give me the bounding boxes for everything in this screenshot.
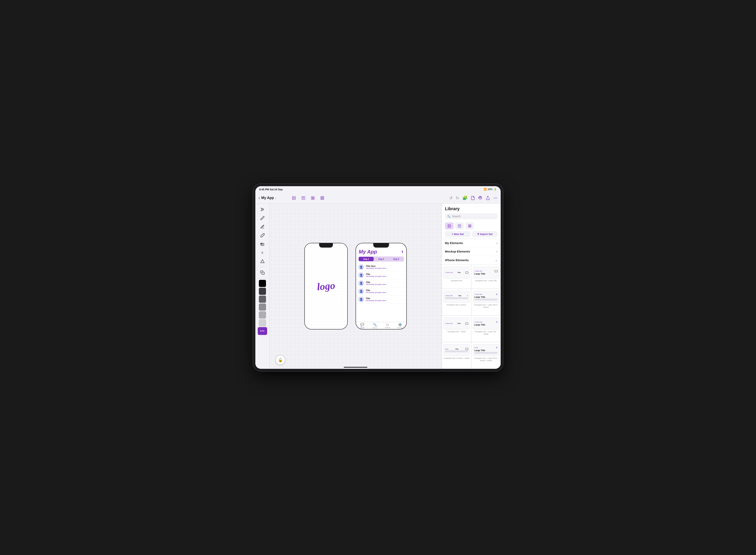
list-text: Title Secondary text goes here... [366,281,401,285]
library-tab-image[interactable] [445,222,454,229]
share-button[interactable] [486,196,490,200]
chevron-right-icon: › [497,250,498,253]
nav-bar-large-modal-preview: ‹ Parent Title ⬆ Large Title [473,318,499,330]
undo-button[interactable]: ↺ [449,196,453,200]
back-button[interactable]: ‹ [258,196,260,200]
element-nav-bar[interactable]: ‹ Parent Title Title Navigation Bar [442,264,471,289]
eraser-tool[interactable] [258,240,267,248]
list-subtitle: Secondary text goes here... [366,284,401,285]
phone-mockup-empty: logo [304,243,348,330]
document-button[interactable] [471,196,475,200]
my-elements-section[interactable]: My Elements › [442,239,501,247]
list-title: Title [366,289,401,292]
svg-rect-8 [321,197,322,198]
wifi-icon: 📶 [484,188,487,191]
nav-bar-large-search-preview: ‹ Parent Title ⬆ Large Title [473,291,499,303]
chevron-right-icon: › [403,274,404,276]
list-text: Title Secondary text goes here... [366,273,401,277]
color-pale-grey[interactable] [259,319,266,326]
nav-bar-large-search-label: Navigation Bar - Large Title & Search [473,304,499,308]
nav-title-group[interactable]: My App ⌄ [261,196,277,200]
phone-notch-2 [373,243,389,248]
text-tool-button[interactable] [299,195,307,201]
tab-bar: 💬 Chats 🔍 Search 🗂 Shared ⚙️ [356,322,406,329]
segment-2[interactable]: Seg 2 [374,257,389,261]
battery-icon: 89% [488,188,493,191]
share-icon[interactable]: ⬆ [401,250,404,254]
pen-tool[interactable] [258,206,267,213]
lock-button[interactable]: 🔓 [276,355,285,365]
nav-bar-preview: ‹ Parent Title Title [444,267,469,279]
segment-3[interactable]: Seg 3 [389,257,404,261]
my-elements-label: My Elements [445,241,463,245]
svg-point-14 [497,198,497,198]
element-nav-bar-search[interactable]: ‹ Parent Title Title + Navigation Bar & … [442,289,471,315]
tab-chats[interactable]: 💬 Chats [356,323,369,329]
nav-bar-search-label: Navigation Bar & Search [447,304,466,306]
library-tab-text[interactable] [455,222,464,229]
grid-tool-button[interactable] [318,195,326,201]
more-button[interactable] [493,196,498,200]
nav-bar-large-label: Navigation Bar - Large Title [475,280,497,282]
tab-shared[interactable]: 🗂 Shared [381,323,394,329]
library-search[interactable]: 🔍 Search [445,213,498,219]
marker-tool[interactable] [258,223,267,231]
iphone-elements-section[interactable]: iPhone Elements ⌄ [442,256,501,264]
chevron-down-icon: ⌄ [275,197,277,200]
chevron-right-icon: › [403,298,404,301]
hand-button[interactable] [478,196,482,200]
image-tool-button[interactable] [290,195,298,201]
phone-logo-area: logo [305,243,347,329]
list-title: Title [366,273,401,275]
search-icon: 🔍 [447,215,451,218]
nav-bar-search-modal-preview: Close Title [444,344,469,356]
element-nav-bar-search-modal[interactable]: Close Title Navigation Bar & Search - Mo… [442,342,471,369]
library-panel: Library 🔍 Search [442,204,501,369]
tab-settings[interactable]: ⚙️ Settings [394,323,406,329]
element-nav-bar-large[interactable]: ‹ Parent Title Large Title Navigation Ba… [471,264,501,289]
new-import-buttons: + New Set ⬆ Import Set [442,231,501,237]
settings-tab-icon: ⚙️ [398,323,402,327]
import-set-button[interactable]: ⬆ Import Set [472,231,498,237]
puzzle-button[interactable]: 🧩 [462,196,468,201]
tab-search-label: Search [372,327,377,329]
color-black[interactable] [259,280,266,287]
search-placeholder: Search [452,215,461,218]
chevron-right-icon: › [403,266,404,268]
shape-tool[interactable] [258,257,267,265]
svg-rect-16 [260,243,262,244]
copy-tool[interactable] [258,269,267,276]
shared-tab-icon: 🗂 [386,323,389,326]
search-tab-icon: 🔍 [373,323,377,327]
fill-tool[interactable]: X [258,249,267,257]
more-colors-button[interactable]: ••• [258,327,267,335]
tab-search[interactable]: 🔍 Search [369,323,381,329]
svg-rect-10 [321,198,322,199]
segment-1[interactable]: Seg 1 [359,257,374,261]
svg-rect-19 [262,272,264,274]
color-light-grey[interactable] [259,311,266,318]
nav-center [290,195,443,201]
element-nav-bar-modal[interactable]: ‹ Parent Title Title Navigation Bar - Mo… [442,315,471,342]
main-area: X [255,204,501,369]
svg-rect-17 [262,243,263,244]
new-set-button[interactable]: + New Set [445,231,470,237]
nav-bar-large-preview: ‹ Parent Title Large Title [473,267,499,279]
redo-button[interactable]: ↻ [456,196,459,200]
color-dark-grey[interactable] [259,288,266,295]
mockup-elements-section[interactable]: Mockup Elements › [442,247,501,256]
app-title: My App [359,249,377,255]
brush-tool[interactable] [258,231,267,239]
element-nav-bar-large-modal[interactable]: ‹ Parent Title ⬆ Large Title Navigation … [471,315,501,342]
segmented-control: Seg 1 Seg 2 Seg 3 [358,256,404,262]
svg-rect-11 [323,198,324,199]
element-nav-bar-large-search-modal[interactable]: Close ⬆ Large Title Navigation Bar - Lar… [471,342,501,369]
library-title: Library [445,206,498,211]
color-grey[interactable] [259,303,266,310]
color-mid-grey[interactable] [259,296,266,303]
element-nav-bar-large-search[interactable]: ‹ Parent Title ⬆ Large Title Navigation … [471,289,501,315]
library-tab-star[interactable] [465,222,474,229]
chevron-right-icon: › [403,290,404,293]
pencil-tool[interactable] [258,214,267,222]
star-tool-button[interactable] [309,195,317,201]
